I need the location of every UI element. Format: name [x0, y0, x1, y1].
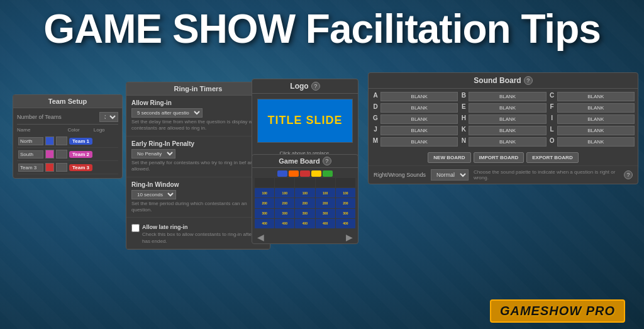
- sb-label-l: L: [548, 126, 556, 135]
- sb-label-o: O: [548, 137, 556, 147]
- soundboard-buttons: NEW BOARD IMPORT BOARD EXPORT BOARD: [369, 150, 638, 165]
- sb-input-a[interactable]: [380, 92, 458, 101]
- gameboard-next-btn[interactable]: ▶: [346, 232, 353, 242]
- sb-group-k: K: [460, 126, 546, 135]
- gb-cell[interactable]: 300: [255, 209, 274, 218]
- gb-cell[interactable]: 200: [336, 198, 355, 208]
- right-wrong-label: Right/Wrong Sounds: [374, 172, 426, 178]
- sb-label-h: H: [460, 114, 467, 124]
- team3-color-swatch[interactable]: [45, 163, 54, 172]
- ringin-window-title: Ring-In Window: [131, 181, 265, 188]
- team3-logo-box[interactable]: [56, 163, 67, 172]
- num-teams-select[interactable]: 3: [99, 112, 118, 122]
- ringin-timers-panel: Ring-in Timers Allow Ring-in 5 seconds a…: [126, 82, 270, 250]
- gb-cell[interactable]: 100: [295, 188, 314, 198]
- right-wrong-help-icon[interactable]: ?: [624, 170, 633, 179]
- team-row: Team 2: [17, 148, 118, 161]
- gb-cell[interactable]: 300: [316, 209, 335, 218]
- soundboard-grid: A B C D E F: [369, 89, 638, 150]
- early-penalty-select[interactable]: No Penalty: [131, 149, 175, 159]
- right-wrong-desc: Choose the sound palette to indicate whe…: [474, 169, 616, 181]
- team1-name-input[interactable]: [18, 137, 43, 145]
- logo-title-text: TITLE SLIDE: [268, 114, 343, 127]
- gb-cell[interactable]: 200: [316, 198, 335, 208]
- team-setup-header: Team Setup: [13, 95, 122, 108]
- gb-cell[interactable]: 400: [275, 219, 294, 228]
- gb-cell[interactable]: 100: [255, 188, 274, 198]
- title-part2: Facilitation Tips: [306, 6, 601, 52]
- gb-cell-header: [316, 178, 335, 187]
- gb-cell[interactable]: 200: [295, 198, 314, 208]
- sb-group-i: I: [548, 114, 635, 124]
- num-teams-label: Number of Teams: [17, 114, 99, 120]
- sb-input-l[interactable]: [557, 126, 635, 135]
- sb-input-c[interactable]: [557, 92, 635, 101]
- gb-cell[interactable]: 300: [336, 209, 355, 218]
- import-board-button[interactable]: IMPORT BOARD: [474, 152, 525, 163]
- right-wrong-select[interactable]: Normal Classic Muted: [431, 169, 469, 181]
- sb-group-e: E: [460, 103, 546, 113]
- gb-cell[interactable]: 400: [336, 219, 355, 228]
- early-penalty-title: Early Ring-In Penalty: [131, 140, 265, 147]
- team3-name-input[interactable]: [18, 164, 43, 172]
- sb-group-o: O: [548, 137, 635, 147]
- allow-ringin-title: Allow Ring-in: [131, 99, 265, 106]
- team2-name-input[interactable]: [18, 150, 43, 159]
- allow-ringin-select[interactable]: 5 seconds after questio: [131, 108, 203, 118]
- gb-cell[interactable]: 300: [275, 209, 294, 218]
- team1-color-swatch[interactable]: [45, 137, 54, 145]
- sb-group-b: B: [460, 92, 546, 101]
- logo-help-icon[interactable]: ?: [311, 82, 320, 91]
- sb-input-n[interactable]: [469, 137, 546, 147]
- sb-group-a: A: [372, 92, 458, 101]
- team-dot-5: [323, 170, 333, 177]
- sb-input-o[interactable]: [557, 137, 635, 147]
- sb-label-n: N: [460, 137, 467, 147]
- gb-cell[interactable]: 100: [275, 188, 294, 198]
- gb-cell[interactable]: 400: [295, 219, 314, 228]
- gb-cell[interactable]: 400: [316, 219, 335, 228]
- page-title: GAME SHOW Facilitation Tips: [0, 9, 644, 49]
- sb-input-j[interactable]: [380, 126, 458, 135]
- team-dot-2: [289, 170, 299, 177]
- sb-input-g[interactable]: [380, 114, 458, 124]
- sb-input-e[interactable]: [469, 103, 546, 113]
- sb-label-b: B: [460, 92, 467, 101]
- ringin-header: Ring-in Timers: [126, 82, 270, 96]
- soundboard-title: Sound Board: [474, 76, 521, 85]
- logo-display-area[interactable]: TITLE SLIDE: [257, 99, 353, 143]
- sb-input-k[interactable]: [469, 126, 546, 135]
- team2-color-swatch[interactable]: [45, 150, 54, 159]
- sb-input-b[interactable]: [469, 92, 546, 101]
- sb-input-i[interactable]: [557, 114, 635, 124]
- gb-cell[interactable]: 100: [316, 188, 335, 198]
- col-color-header: Color: [68, 127, 92, 133]
- gameboard-prev-btn[interactable]: ◀: [257, 232, 264, 242]
- export-board-button[interactable]: EXPORT BOARD: [526, 152, 578, 163]
- gameboard-help-icon[interactable]: ?: [323, 157, 331, 165]
- ringin-window-select[interactable]: 10 seconds: [131, 190, 176, 199]
- late-ringin-checkbox[interactable]: [131, 224, 140, 232]
- gb-cell[interactable]: 100: [336, 188, 355, 198]
- team1-logo-box[interactable]: [56, 137, 67, 145]
- gb-cell[interactable]: 200: [255, 198, 274, 208]
- gb-cell-header: [295, 178, 314, 187]
- ringin-window-desc: Set the time period during which contest…: [131, 201, 265, 214]
- sb-group-j: J: [372, 126, 458, 135]
- team2-logo-box[interactable]: [56, 150, 67, 159]
- col-name-header: Name: [17, 127, 67, 133]
- sb-label-e: E: [460, 103, 467, 113]
- sb-group-m: M: [372, 137, 458, 147]
- gb-cell[interactable]: 200: [275, 198, 294, 208]
- gb-cell[interactable]: 400: [255, 219, 274, 228]
- late-ringin-label: Allow late ring-in: [142, 224, 265, 230]
- sb-input-f[interactable]: [557, 103, 635, 113]
- sb-group-f: F: [548, 103, 635, 113]
- sb-input-h[interactable]: [469, 114, 546, 124]
- sb-input-d[interactable]: [380, 103, 458, 113]
- new-board-button[interactable]: NEW BOARD: [428, 152, 470, 163]
- soundboard-help-icon[interactable]: ?: [524, 76, 533, 85]
- gb-cell[interactable]: 300: [295, 209, 314, 218]
- sb-input-m[interactable]: [380, 137, 458, 147]
- team-dot-3: [300, 170, 310, 177]
